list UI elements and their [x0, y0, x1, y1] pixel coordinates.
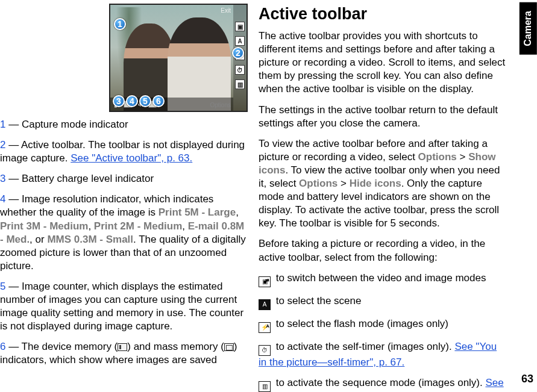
legend-item-6: 6 — The device memory () and mass memory…	[0, 340, 248, 367]
scene-icon: A	[259, 299, 271, 310]
sequence-icon: ▥	[235, 79, 245, 89]
bullet-scene: A to select the scene	[259, 294, 506, 310]
callout-1: 1	[114, 18, 126, 30]
callout-6: 6	[152, 95, 165, 107]
legend-item-4: 4 — Image resolution indicator, which in…	[0, 193, 248, 273]
callout-5: 5	[139, 95, 151, 107]
bullet-self-timer: ⏱ to activate the self-timer (images onl…	[259, 340, 506, 369]
bullet-mode-switch: ▣⇄ to switch between the video and image…	[259, 272, 506, 287]
callout-2: 2	[232, 47, 244, 59]
legend-item-5: 5 — Image counter, which displays the es…	[0, 280, 248, 333]
section-tab: Camera	[520, 2, 537, 55]
para-intro: The active toolbar provides you with sho…	[259, 30, 506, 96]
legend-item-3: 3 — Battery charge level indicator	[0, 172, 248, 185]
self-timer-icon: ⏱	[259, 345, 271, 356]
para-show-hide: To view the active toolbar before and af…	[259, 137, 506, 231]
page-sidebar: Camera 63	[510, 0, 537, 392]
self-timer-icon: ⏱	[235, 65, 245, 75]
mode-switch-icon: ▣⇄	[259, 276, 271, 287]
callout-4: 4	[126, 95, 138, 107]
bullet-flash: ⚡A to select the flash mode (images only…	[259, 317, 506, 333]
legend-item-2: 2 — Active toolbar. The toolbar is not d…	[0, 138, 248, 165]
camera-viewfinder-illustration: Exit Options ▣ A A ⏱ ▥ ▮ 45 1 2 3	[109, 4, 248, 112]
callout-3: 3	[113, 95, 125, 107]
flash-icon: ⚡A	[259, 322, 271, 333]
heading-active-toolbar: Active toolbar	[259, 4, 506, 25]
page-number: 63	[521, 372, 533, 386]
para-select-from: Before taking a picture or recording a v…	[259, 237, 506, 264]
mode-switch-icon: ▣	[235, 22, 245, 31]
scene-icon: A	[235, 36, 245, 46]
mass-memory-icon	[224, 343, 234, 351]
legend-item-1: 1 — Capture mode indicator	[0, 118, 248, 131]
person-silhouette	[168, 17, 231, 111]
bullet-sequence: ▥ to activate the sequence mode (images …	[259, 376, 506, 392]
device-memory-icon	[118, 343, 127, 351]
link-active-toolbar[interactable]: See "Active toolbar", p. 63.	[71, 152, 192, 164]
para-default: The settings in the active toolbar retur…	[259, 104, 506, 130]
sequence-icon: ▥	[259, 381, 271, 392]
camera-exit-label: Exit	[221, 7, 231, 14]
